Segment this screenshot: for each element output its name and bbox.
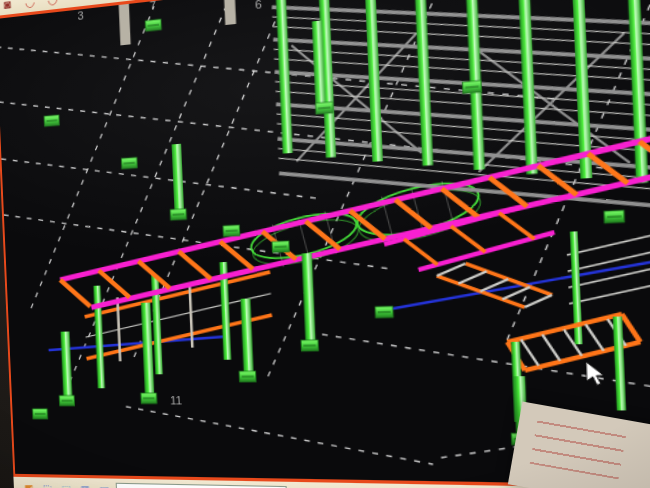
footing-block [272, 241, 289, 253]
mouse-cursor [586, 361, 604, 385]
footing-block [44, 115, 59, 126]
select-rows-icon[interactable]: ▤ [96, 483, 112, 488]
footing-block [121, 157, 137, 168]
grid-label: 7 [150, 0, 157, 12]
desk-photo: ▦◫⬒▥⊞◨✦▤◧▨ ◙◡◡✐⊘ ⊠▢◯△✕⌐Σƶ✓↗ ⚭▼♻▬⚑⚑▨▫ ⌐−⚑… [0, 0, 650, 488]
red-pen-icon[interactable]: ✐ [66, 0, 85, 6]
footing-block [33, 409, 48, 419]
footing-block [301, 340, 318, 351]
footing-block [315, 102, 333, 114]
red-clamp2-icon[interactable]: ◡ [43, 0, 62, 8]
footing-block [604, 210, 624, 223]
footing-block [223, 225, 240, 236]
footing-block [170, 209, 186, 220]
footing-block [239, 371, 256, 382]
grid-label: 3 [77, 9, 84, 22]
select-all-icon[interactable]: ◩ [21, 482, 36, 488]
footing-block [59, 396, 74, 406]
footing-block [145, 19, 161, 31]
select-parts-icon[interactable]: ⬚ [40, 482, 55, 488]
grid-label: 11 [170, 394, 183, 407]
selection-filter-combo[interactable] [116, 482, 288, 488]
footing-block [462, 81, 481, 94]
red-clamp-icon[interactable]: ◡ [21, 0, 39, 11]
grid-label: 6 [255, 0, 262, 11]
dark-red-node-icon[interactable]: ◙ [0, 0, 16, 14]
footing-block [375, 306, 393, 318]
paper-text-lines [530, 415, 627, 480]
select-grid-icon[interactable]: ▦ [77, 483, 93, 488]
footing-block [141, 393, 157, 403]
select-points-icon[interactable]: ⬚ [59, 483, 75, 488]
